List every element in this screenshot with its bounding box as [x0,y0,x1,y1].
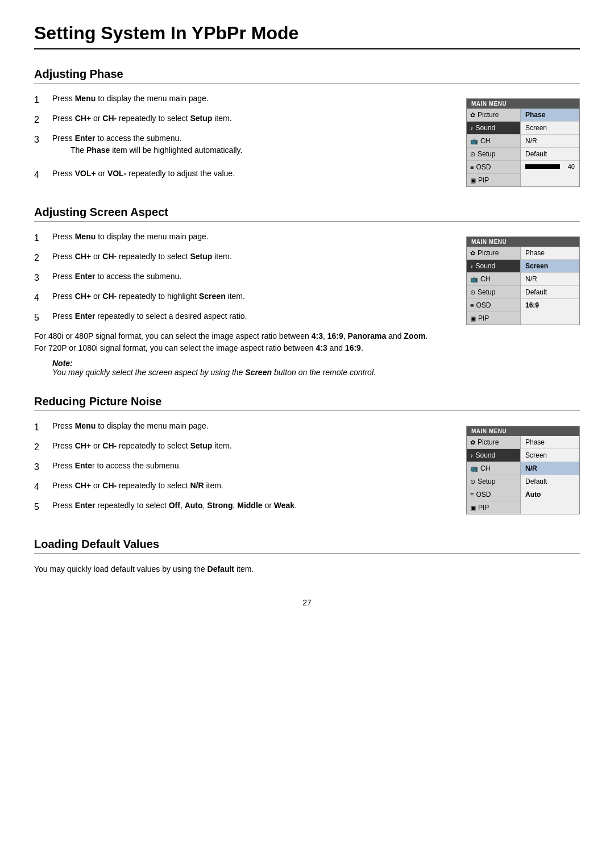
osd-icon: ≡ [470,302,474,309]
menu-item-ch[interactable]: 📺 CH [467,273,520,286]
menu-item-osd[interactable]: ≡ OSD [467,488,520,501]
menu-item-osd[interactable]: ≡ OSD [467,161,520,174]
menu-right-nr: Phase Screen N/R Default Auto [521,436,579,514]
step-num: 1 [34,93,48,107]
menu-right-screen-item: Screen [521,449,579,462]
menu-item-label: Sound [476,451,496,459]
ch-icon: 📺 [470,138,478,145]
picture-icon: ✿ [470,439,475,446]
menu-right-value: 16:9 [521,299,579,312]
step-text: Press VOL+ or VOL- repeatedly to adjust … [52,168,235,180]
menu-item-label: OSD [476,163,491,171]
step-2-nr: 2 Press CH+ or CH- repeatedly to select … [34,440,449,454]
menu-item-picture[interactable]: ✿ Picture [467,247,520,260]
section-default-values: Loading Default Values You may quickly l… [34,538,580,575]
menu-item-label: PIP [478,176,489,184]
menu-item-label: Setup [478,288,495,296]
step-num: 5 [34,311,48,325]
picture-icon: ✿ [470,250,475,257]
menu-right-screen-item: Screen [521,260,579,273]
menu-item-label: Picture [478,438,499,446]
step-text: Press Enter repeatedly to select Off, Au… [52,500,297,512]
menu-item-pip[interactable]: ▣ PIP [467,312,520,325]
menu-item-label: PIP [478,504,489,512]
menu-item-ch[interactable]: 📺 CH [467,135,520,148]
menu-right-phase-item: Phase [521,247,579,260]
step-3-nr: 3 Press Enter to access the submenu. [34,460,449,474]
menu-item-label: OSD [476,491,491,499]
menu-item-pip[interactable]: ▣ PIP [467,501,520,514]
step-text: Press CH+ or CH- repeatedly to select N/… [52,480,223,492]
menu-right-value: Auto [521,488,579,501]
menu-right-phase-item: Phase [521,109,579,122]
menu-body: ✿ Picture ♪ Sound 📺 CH ⊙ Setup [467,247,579,325]
menu-item-label: Picture [478,249,499,257]
step-1-nr: 1 Press Menu to display the menu main pa… [34,420,449,434]
steps-phase: 1 Press Menu to display the menu main pa… [34,93,449,188]
menu-item-sound[interactable]: ♪ Sound [467,449,520,462]
menu-item-setup[interactable]: ⊙ Setup [467,475,520,488]
setup-icon: ⊙ [470,478,475,485]
page-number: 27 [34,598,580,607]
menu-item-setup[interactable]: ⊙ Setup [467,148,520,161]
step-num: 2 [34,441,48,454]
step-text: Press Menu to display the menu main page… [52,93,209,105]
sound-icon: ♪ [470,452,474,459]
step-2-phase: 2 Press CH+ or CH- repeatedly to select … [34,113,449,127]
pip-icon: ▣ [470,504,476,512]
menu-item-pip[interactable]: ▣ PIP [467,174,520,186]
step-num: 2 [34,251,48,265]
step-num: 3 [34,271,48,285]
menu-right-default-item: Default [521,475,579,488]
step-num: 4 [34,480,48,494]
setup-icon: ⊙ [470,151,475,158]
menu-item-picture[interactable]: ✿ Picture [467,436,520,449]
menu-item-ch[interactable]: 📺 CH [467,462,520,475]
setup-icon: ⊙ [470,289,475,296]
step-text: Press CH+ or CH- repeatedly to select Se… [52,113,232,124]
section-noise-reduction: Reducing Picture Noise 1 Press Menu to d… [34,395,580,520]
step-text: Press Menu to display the menu main page… [52,420,209,432]
sound-icon: ♪ [470,124,474,131]
menu-right-default-item: Default [521,148,579,161]
step-text: Press Enter to access the submenu. [52,460,181,472]
menu-item-label: Sound [476,262,496,270]
section-title-nr: Reducing Picture Noise [34,395,580,411]
step-1-phase: 1 Press Menu to display the menu main pa… [34,93,449,107]
menu-box-nr: MAIN MENU ✿ Picture ♪ Sound 📺 CH [466,426,580,514]
step-text: Press Menu to display the menu main page… [52,231,209,243]
menu-item-sound[interactable]: ♪ Sound [467,260,520,273]
step-num: 4 [34,291,48,305]
step-num: 1 [34,421,48,434]
menu-right-phase: Phase Screen N/R Default 40 [521,109,579,186]
menu-item-label: Setup [478,477,495,485]
step-1-screen: 1 Press Menu to display the menu main pa… [34,231,449,245]
menu-item-label: Setup [478,150,495,158]
step-5-screen: 5 Press Enter repeatedly to select a des… [34,310,449,325]
menu-right-nr-item: N/R [521,273,579,286]
section-screen-aspect: Adjusting Screen Aspect 1 Press Menu to … [34,206,580,377]
menu-item-label: Sound [476,124,496,132]
step-text: Press CH+ or CH- repeatedly to select Se… [52,440,232,452]
steps-screen: 1 Press Menu to display the menu main pa… [34,231,449,377]
menu-right-nr-item: N/R [521,462,579,475]
pip-icon: ▣ [470,177,476,184]
ch-icon: 📺 [470,465,478,472]
step-2-screen: 2 Press CH+ or CH- repeatedly to select … [34,251,449,265]
menu-item-osd[interactable]: ≡ OSD [467,299,520,312]
step-num: 5 [34,500,48,514]
osd-icon: ≡ [470,164,474,171]
menu-item-label: PIP [478,314,489,322]
menu-item-sound[interactable]: ♪ Sound [467,122,520,135]
section-title-screen: Adjusting Screen Aspect [34,206,580,222]
menu-right-screen-item: Screen [521,122,579,135]
menu-body: ✿ Picture ♪ Sound 📺 CH ⊙ Setup [467,436,579,514]
menu-item-setup[interactable]: ⊙ Setup [467,286,520,299]
ch-icon: 📺 [470,276,478,283]
menu-right-default-item: Default [521,286,579,299]
menu-left: ✿ Picture ♪ Sound 📺 CH ⊙ Setup [467,436,521,514]
menu-header: MAIN MENU [467,99,579,109]
menu-item-picture[interactable]: ✿ Picture [467,109,520,122]
menu-left: ✿ Picture ♪ Sound 📺 CH ⊙ Setup [467,247,521,325]
step-text: Press CH+ or CH- repeatedly to select Se… [52,251,232,263]
